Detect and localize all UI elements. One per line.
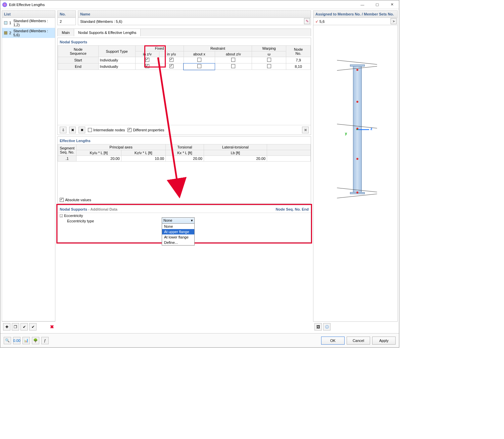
apply-button[interactable]: Apply — [372, 337, 396, 345]
maximize-button[interactable]: ▢ — [372, 1, 382, 8]
formula-icon[interactable]: ƒ — [41, 337, 49, 344]
col-lt: Lateral-torsional — [204, 144, 267, 150]
checkbox-icon — [231, 64, 235, 68]
close-button[interactable]: ✕ — [387, 1, 397, 8]
option-define[interactable]: Define... — [162, 240, 194, 245]
checkbox-icon — [145, 58, 149, 62]
name-field[interactable]: Standard (Members : 5,6) ✎ — [78, 18, 311, 25]
addl-title: Nodal Supports - Additional Data — [60, 207, 117, 211]
checkall-icon[interactable]: ✔ — [20, 323, 28, 331]
units-icon[interactable]: 0.00 — [13, 337, 20, 344]
delete-icon[interactable]: ✖ — [50, 324, 54, 330]
effective-lengths-title: Effective Lengths — [58, 137, 311, 144]
no-field[interactable]: 2 — [57, 18, 76, 25]
new-icon[interactable]: ✚ — [3, 323, 10, 331]
list-body: 1 Standard (Members : 1,2) 2 Standard (M… — [2, 18, 55, 321]
list-label: Standard (Members : 5,6) — [13, 29, 53, 37]
cancel-button[interactable]: Cancel — [347, 337, 370, 345]
ok-button[interactable]: OK — [321, 337, 345, 345]
list-num: 1 — [9, 21, 11, 25]
y-axis-label: y — [345, 131, 347, 135]
list-item-1[interactable]: 1 Standard (Members : 1,2) — [2, 18, 55, 28]
tabs: Main Nodal Supports & Effective Lengths — [57, 29, 311, 36]
dimension-icon: ↙ — [315, 19, 318, 24]
left-toolbar: ✚ ❐ ✔ ✔ ✖ — [2, 321, 55, 332]
close-section-icon[interactable]: ✖ — [302, 127, 309, 133]
copy-icon[interactable]: ❐ — [12, 323, 19, 331]
col-principal: Principal axes — [77, 144, 166, 150]
tree-icon[interactable]: 🌳 — [32, 337, 39, 344]
col-warping: Warping — [252, 46, 286, 51]
name-header: Name — [78, 10, 311, 18]
checkbox-icon — [267, 58, 271, 62]
list-header: List — [2, 10, 55, 18]
col-torsional: Torsional — [165, 144, 204, 150]
col-fixed: Fixed — [135, 46, 184, 51]
eccentricity-type-options: None At upper flange At lower flange Def… — [162, 223, 195, 246]
support-delete2-icon[interactable]: ✖ — [79, 127, 85, 133]
assigned-field[interactable]: ↙ 5,6 ➤ — [313, 18, 398, 25]
checkbox-icon — [169, 58, 173, 62]
checkbox-icon — [169, 64, 173, 68]
list-item-2[interactable]: 2 Standard (Members : 5,6) — [2, 28, 55, 38]
option-upper-flange[interactable]: At upper flange — [162, 229, 194, 234]
table-row: .1 20.00 10.00 20.00 20.00 — [58, 156, 311, 162]
table-row: Start Individually 7,9 — [58, 57, 311, 63]
viewport-3d[interactable]: y z — [313, 25, 398, 322]
col-node: NodeNo. — [286, 46, 311, 57]
app-icon — [2, 2, 7, 7]
swatch-icon — [4, 31, 7, 35]
chevron-down-icon: ▾ — [191, 218, 193, 223]
col-yu: in y/u — [159, 51, 184, 57]
checkbox-icon — [197, 64, 201, 68]
intermediate-nodes-check[interactable]: Intermediate nodes — [88, 128, 125, 132]
list-num: 2 — [9, 31, 11, 35]
assigned-header: Assigned to Members No. / Member Sets No… — [313, 10, 398, 18]
checkbox-icon — [267, 64, 271, 68]
col-seg: SegmentSeq. No. — [58, 144, 77, 156]
different-properties-check[interactable]: Different properties — [128, 128, 164, 132]
effective-lengths-table: SegmentSeq. No. Principal axes Torsional… — [58, 144, 311, 162]
table-row: End Individually 8,10 — [58, 63, 311, 70]
absolute-values-check[interactable]: Absolute values — [60, 198, 91, 202]
no-header: No. — [57, 10, 76, 18]
tab-main[interactable]: Main — [58, 29, 74, 36]
support-delete-icon[interactable]: ✖ — [69, 127, 76, 133]
col-ky: Ky/u * L [ft] — [77, 150, 121, 156]
option-lower-flange[interactable]: At lower flange — [162, 234, 194, 240]
checkbox-icon — [231, 58, 235, 62]
nodal-supports-title: Nodal Supports — [58, 38, 311, 45]
col-omega: ω — [252, 51, 286, 57]
col-ax: about x — [184, 51, 215, 57]
option-none[interactable]: None — [162, 224, 194, 229]
collapse-icon[interactable]: - — [60, 214, 63, 217]
eccentricity-type-select[interactable]: None▾ — [162, 217, 195, 224]
search-icon[interactable]: 🔍 — [4, 337, 11, 344]
addl-right: Node Seq. No. End — [276, 207, 309, 211]
pick-members-icon[interactable]: ➤ — [391, 18, 397, 24]
minimize-button[interactable]: — — [357, 1, 367, 8]
swatch-icon — [4, 21, 7, 25]
col-kx: Kx * L [ft] — [165, 150, 204, 156]
col-lb: Lb [ft] — [204, 150, 267, 156]
dialog-bottom-bar: 🔍 0.00 📊 🌳 ƒ OK Cancel Apply — [0, 333, 399, 347]
col-support: Support Type — [98, 46, 135, 57]
support-icon[interactable]: ⇩ — [60, 127, 66, 133]
report-icon[interactable]: 📊 — [22, 337, 30, 344]
tab-nodal-supports[interactable]: Nodal Supports & Effective Lengths — [74, 29, 141, 36]
checkbox-icon — [145, 64, 149, 68]
checkbox-icon — [197, 58, 201, 62]
col-kz: Kz/v * L [ft] — [121, 150, 165, 156]
uncheck-icon[interactable]: ✔ — [29, 323, 37, 331]
info-icon[interactable]: ⓘ — [323, 323, 331, 331]
col-restraint: Restraint — [184, 46, 252, 51]
nodal-supports-table: NodeSequence Support Type Fixed Restrain… — [58, 45, 311, 70]
view-icon[interactable]: 🖼 — [314, 323, 322, 331]
col-seq: NodeSequence — [58, 46, 99, 57]
window-buttons: — ▢ ✕ — [357, 1, 397, 8]
list-label: Standard (Members : 1,2) — [13, 19, 53, 27]
col-azv: about z/v — [215, 51, 252, 57]
col-zv: in z/v — [135, 51, 159, 57]
edit-name-icon[interactable]: ✎ — [304, 18, 310, 24]
window-title: Edit Effective Lengths — [9, 3, 357, 7]
